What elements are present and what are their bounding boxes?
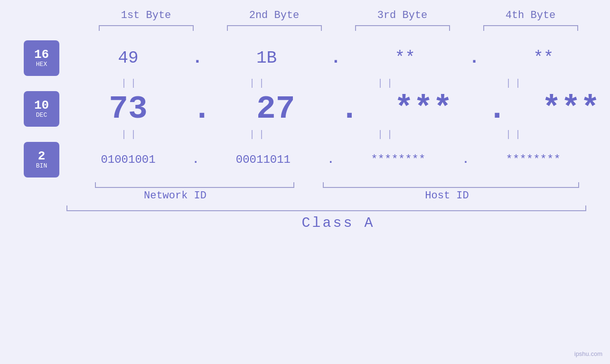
hex-values: 49 . 1B . ** . **	[64, 48, 610, 68]
bracket-1	[82, 25, 210, 31]
bin-dot-2: .	[327, 153, 334, 166]
top-brackets	[0, 25, 610, 31]
id-labels-row: Network ID Host ID	[0, 190, 610, 202]
dec-row: 10 DEC 73 . 27 . *** . ***	[0, 91, 610, 127]
byte-headers: 1st Byte 2nd Byte 3rd Byte 4th Byte	[0, 9, 610, 21]
host-bracket	[323, 182, 579, 188]
bin-row: 2 BIN 01001001 . 00011011 . ******** . *…	[0, 142, 610, 177]
bin-dot-3: .	[462, 153, 469, 166]
class-label: Class A	[301, 215, 375, 231]
byte-header-3: 3rd Byte	[338, 9, 467, 21]
bracket-4	[467, 25, 595, 31]
bracket-line-3	[355, 25, 450, 31]
eq-1-2: ||	[195, 78, 323, 89]
bin-number: 2	[38, 150, 46, 162]
watermark: ipshu.com	[574, 350, 602, 357]
eq-2-1: ||	[66, 129, 195, 140]
dec-dot-1: .	[192, 91, 212, 127]
dec-byte-4: ***	[507, 91, 610, 127]
bin-byte-1: 01001001	[64, 153, 192, 166]
network-id-label: Network ID	[66, 190, 284, 202]
eq-2-3: ||	[323, 129, 451, 140]
bin-values: 01001001 . 00011011 . ******** . *******…	[64, 153, 610, 166]
eq-1-4: ||	[451, 78, 579, 89]
bin-byte-3: ********	[334, 153, 462, 166]
hex-val-4: **	[533, 48, 554, 68]
host-bracket-line	[323, 182, 579, 188]
hex-byte-3: **	[341, 48, 469, 68]
equals-row-2: || || || ||	[0, 129, 610, 140]
byte-header-1: 1st Byte	[82, 9, 210, 21]
dec-badge: 10 DEC	[24, 91, 59, 127]
hex-badge: 16 HEX	[24, 40, 59, 76]
bin-val-1: 01001001	[101, 153, 155, 166]
dec-byte-2: 27	[212, 91, 340, 127]
bracket-3	[338, 25, 467, 31]
eq-1-3: ||	[323, 78, 451, 89]
full-bottom-bracket-line	[66, 205, 586, 211]
bin-badge: 2 BIN	[24, 142, 59, 177]
hex-byte-1: 49	[64, 48, 192, 68]
hex-dot-2: .	[331, 48, 341, 68]
byte-header-4: 4th Byte	[467, 9, 595, 21]
bracket-2	[210, 25, 338, 31]
hex-byte-2: 1B	[203, 48, 331, 68]
dec-val-3: ***	[394, 91, 452, 127]
dec-values: 73 . 27 . *** . ***	[64, 91, 610, 127]
bracket-line-2	[227, 25, 322, 31]
byte-header-2: 2nd Byte	[210, 9, 338, 21]
eq-2-4: ||	[451, 129, 579, 140]
bracket-line-1	[99, 25, 194, 31]
hex-val-3: **	[395, 48, 415, 68]
hex-row: 16 HEX 49 . 1B . ** . **	[0, 40, 610, 76]
dec-dot-2: .	[340, 91, 359, 127]
bin-dot-1: .	[192, 153, 199, 166]
eq-2-2: ||	[195, 129, 323, 140]
hex-val-1: 49	[118, 48, 138, 68]
hex-number: 16	[34, 48, 49, 61]
eq-1-1: ||	[66, 78, 195, 89]
hex-dot-1: .	[192, 48, 203, 68]
bin-val-2: 00011011	[236, 153, 291, 166]
dec-val-4: ***	[542, 91, 600, 127]
dec-val-1: 73	[109, 91, 148, 127]
hex-label: HEX	[36, 61, 47, 68]
network-bracket	[66, 182, 323, 188]
bin-byte-4: ********	[469, 153, 597, 166]
bracket-line-4	[483, 25, 578, 31]
main-container: 1st Byte 2nd Byte 3rd Byte 4th Byte 16 H…	[0, 0, 610, 364]
hex-val-2: 1B	[256, 48, 277, 68]
bin-val-4: ********	[506, 153, 561, 166]
bin-val-3: ********	[371, 153, 425, 166]
bin-label: BIN	[36, 162, 47, 170]
dec-dot-3: .	[488, 91, 507, 127]
dec-byte-1: 73	[64, 91, 192, 127]
equals-row-1: || || || ||	[0, 78, 610, 89]
hex-byte-4: **	[479, 48, 608, 68]
full-bottom-bracket-row	[0, 205, 610, 211]
dec-byte-3: ***	[359, 91, 488, 127]
dec-label: DEC	[36, 112, 47, 119]
hex-dot-3: .	[469, 48, 479, 68]
network-bracket-line	[95, 182, 294, 188]
bin-byte-2: 00011011	[199, 153, 327, 166]
dec-number: 10	[34, 99, 49, 112]
bottom-brackets	[0, 182, 610, 188]
dec-val-2: 27	[256, 91, 295, 127]
host-id-label: Host ID	[284, 190, 610, 202]
class-label-row: Class A	[0, 215, 610, 231]
